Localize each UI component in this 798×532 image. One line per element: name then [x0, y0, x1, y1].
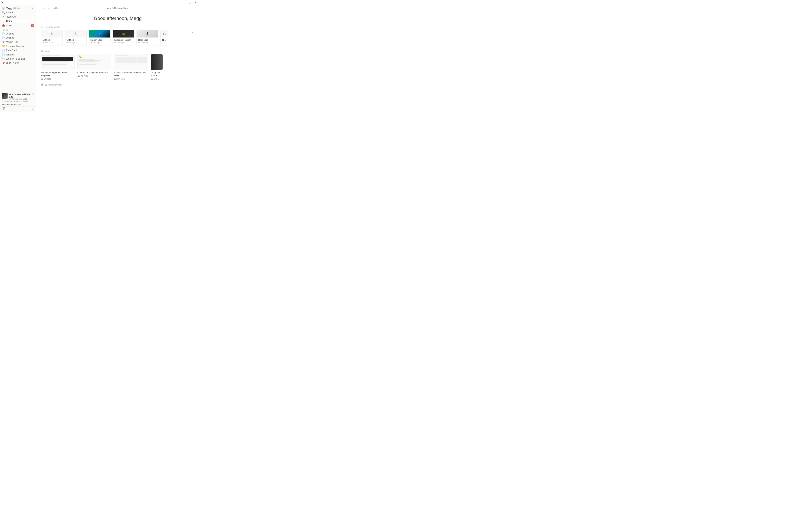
promo-image [2, 93, 7, 99]
inbox-icon: 📥 [2, 24, 5, 27]
nav-back-button[interactable]: ← [38, 6, 41, 10]
card-meta: M 2m ago [65, 41, 87, 45]
learn-thumb [151, 54, 163, 70]
learn-cards: The ultimate guide to Notion templates 📖… [41, 54, 195, 80]
home-icon: ⌂ [2, 20, 5, 22]
page-label: Megan Ellis [6, 41, 18, 43]
learn-title: Customize & style your content [77, 71, 111, 74]
page-icon: 📄 [2, 37, 5, 39]
page-label: Widgets [6, 53, 15, 56]
cursor-icon: ↖ [191, 32, 193, 34]
recently-visited-header[interactable]: 🕒 Recently visited [41, 25, 195, 28]
learn-thumb [41, 54, 75, 70]
recent-card[interactable]: 👾 Megan Ellis M 19h ago [89, 30, 111, 45]
recent-card-partial[interactable]: ◐ New… [160, 30, 168, 45]
page-icon: 📌 [2, 62, 5, 64]
sidebar-page[interactable]: 👾Megan Ellis [1, 40, 35, 44]
sidebar-page[interactable]: 📄Untitled [1, 36, 35, 40]
search-button[interactable]: 🔍 Search [1, 11, 35, 15]
learn-card[interactable]: Getting started with projects and tasks … [114, 54, 148, 80]
card-meta: M 22h ago [137, 41, 158, 45]
card-meta: M 22h ago [113, 41, 134, 45]
window-close-button[interactable]: ✕ [193, 0, 198, 5]
sidebar-page[interactable]: 📄Rate Card [1, 49, 35, 53]
learn-card[interactable]: ✏️ Customize & style your content 📖 9m r… [77, 54, 111, 80]
card-title: Untitled [41, 38, 62, 41]
card-meta: M Just now [41, 41, 62, 45]
page-icon: 📄 [2, 32, 5, 35]
learn-thumb: ✏️ [77, 54, 111, 70]
page-label: Untitled [6, 32, 14, 35]
card-title: Rate Card [137, 38, 158, 41]
calendar-icon: 📅 [41, 83, 43, 86]
window-titlebar: N ─ ▢ ✕ [0, 0, 200, 5]
page-icon: 💳 [2, 45, 5, 48]
promo-close-button[interactable]: ✕ [32, 93, 34, 95]
search-label: Search [6, 11, 14, 14]
nav-forward-button[interactable]: → [42, 6, 46, 10]
recently-visited-cards: 🗎 Untitled M Just now 🗎 Untitled M 2m ag… [41, 30, 195, 45]
new-page-icon[interactable]: ✎ [31, 7, 34, 10]
more-menu-button[interactable]: ⋯ [195, 6, 198, 10]
breadcrumb[interactable]: Untitled [52, 7, 59, 10]
inbox-button[interactable]: 📥 Inbox 1 [1, 23, 35, 27]
recent-card[interactable]: 🗎 Untitled M Just now [41, 30, 63, 45]
learn-meta: 📖 3m… [151, 78, 163, 80]
page-icon: 📄 [2, 49, 5, 52]
learn-title: Getting started with projects and tasks [114, 71, 148, 77]
recent-card[interactable]: $ Rate Card M 22h ago [136, 30, 158, 45]
sidebar-page[interactable]: 💳Expense Tracker [1, 44, 35, 48]
learn-card-partial[interactable]: Using Not… your imp… 📖 3m… [151, 54, 163, 80]
page-label: Weekly To-do List [6, 57, 25, 60]
notion-ai-label: Notion AI [6, 15, 16, 18]
window-minimize-button[interactable]: ─ [182, 0, 187, 5]
sidebar-page[interactable]: 📄Widgets [1, 53, 35, 57]
sidebar-footer: 📅 ? [1, 106, 35, 111]
upcoming-events-header[interactable]: 📅 Upcoming events [41, 83, 195, 86]
workspace-switcher[interactable]: M Megg's Notion ⌄ ✎ [1, 6, 35, 11]
clock-icon: 🕒 [41, 25, 43, 28]
window-title: Megg's Notion – Home [107, 7, 129, 10]
card-title: Expense Tracker [113, 38, 134, 41]
inbox-label: Inbox [6, 24, 12, 27]
home-button[interactable]: ⌂ Home [1, 19, 35, 23]
help-icon[interactable]: ? [32, 107, 33, 110]
recent-card[interactable]: 🗎 Untitled M 2m ago [65, 30, 87, 45]
cover-image: 👾 [89, 30, 110, 38]
page-icon: 📄 [2, 57, 5, 60]
cover-image: 💳 [113, 30, 134, 38]
window-maximize-button[interactable]: ▢ [187, 0, 193, 5]
learn-header[interactable]: ▦ Learn [41, 50, 195, 53]
card-meta: M 19h ago [89, 41, 110, 45]
cover-image: $ [137, 30, 158, 38]
topbar: ← → ＋ Untitled Megg's Notion – Home ⋯ [36, 5, 200, 11]
upcoming-events-label: Upcoming events [45, 83, 62, 86]
learn-thumb [114, 54, 148, 70]
new-tab-button[interactable]: ＋ [47, 6, 51, 10]
recent-card[interactable]: 💳 Expense Tracker M 22h ago [113, 30, 134, 45]
page-label: Quick Notes [6, 62, 19, 64]
sidebar-page[interactable]: 📌Quick Notes [1, 61, 35, 65]
page-label: Rate Card [6, 49, 17, 52]
workspace-avatar: M [2, 7, 5, 10]
promo-link[interactable]: See the new features → [2, 103, 34, 106]
learn-meta: 📖 9m read [77, 75, 111, 77]
learn-label: Learn [44, 50, 50, 53]
book-icon: ▦ [41, 50, 43, 53]
learn-meta: 📖 5m read [41, 78, 75, 80]
sidebar-page[interactable]: 📄Weekly To-do List [1, 57, 35, 61]
blank-icon: ◐ [160, 30, 168, 38]
sidebar-page[interactable]: 📄Untitled [1, 32, 35, 36]
inbox-badge: 1 [31, 24, 34, 27]
notion-ai-button[interactable]: ✦ Notion AI [1, 15, 35, 19]
app-icon: N [1, 1, 4, 4]
learn-title: Using Not… your imp… [151, 71, 163, 77]
learn-card[interactable]: The ultimate guide to Notion templates 📖… [41, 54, 75, 80]
workspace-name: Megg's Notion ⌄ [6, 7, 30, 10]
learn-meta: 📖 8m read [114, 78, 148, 80]
calendar-icon[interactable]: 📅 [2, 107, 5, 110]
greeting: Good afternoon, Megg [41, 16, 195, 21]
doc-icon: 🗎 [65, 30, 87, 38]
doc-icon: 🗎 [41, 30, 62, 38]
page-label: Expense Tracker [6, 45, 24, 48]
